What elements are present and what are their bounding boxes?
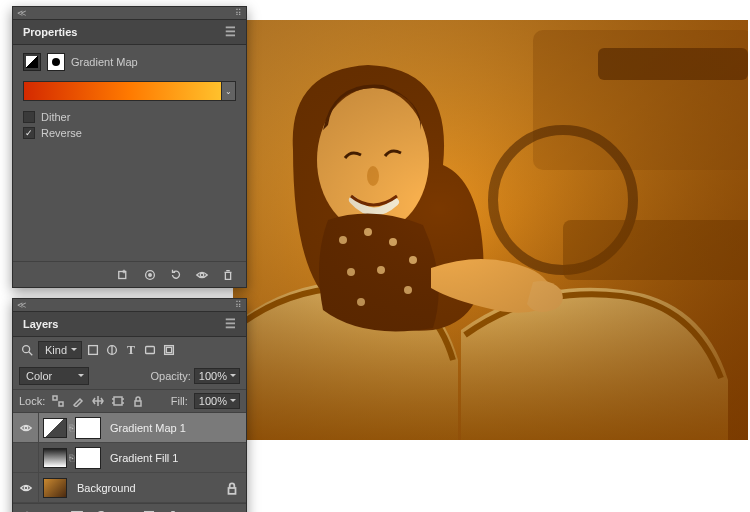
layer-list: ⎘ Gradient Map 1 ⎘ Gradient Fill 1 [13, 413, 246, 503]
add-mask-icon[interactable] [69, 508, 85, 512]
properties-panel: ≪ ⠿ Properties ☰ Gradient Map ⌄ Dither ✓… [12, 6, 247, 288]
svg-rect-23 [146, 347, 155, 354]
opacity-input[interactable]: 100% [194, 368, 240, 384]
opacity-label: Opacity: [151, 370, 191, 382]
layers-tab[interactable]: Layers ☰ [13, 311, 246, 337]
collapse-icon[interactable]: ≪ [17, 300, 26, 310]
properties-tab[interactable]: Properties ☰ [13, 19, 246, 45]
layer-name[interactable]: Gradient Map 1 [110, 422, 186, 434]
search-icon[interactable] [19, 342, 35, 358]
link-layers-icon[interactable] [21, 508, 37, 512]
svg-rect-25 [166, 347, 171, 352]
gradient-dropdown-icon[interactable]: ⌄ [221, 82, 235, 100]
panel-menu-icon[interactable]: ☰ [225, 317, 236, 331]
link-icon[interactable]: ⎘ [69, 423, 74, 433]
layers-title: Layers [23, 318, 58, 330]
svg-rect-27 [59, 402, 63, 406]
layers-filter-row: Kind T [13, 337, 246, 363]
dither-checkbox[interactable] [23, 111, 35, 123]
svg-point-30 [24, 426, 28, 430]
svg-rect-28 [114, 397, 122, 405]
delete-adjustment-icon[interactable] [220, 267, 236, 283]
toggle-visibility-icon[interactable] [194, 267, 210, 283]
lock-label: Lock: [19, 395, 45, 407]
panel-topbar: ≪ ⠿ [13, 299, 246, 311]
svg-point-20 [23, 346, 30, 353]
dither-label: Dither [41, 111, 70, 123]
lock-pixels-icon[interactable] [71, 394, 85, 408]
svg-rect-26 [53, 396, 57, 400]
lock-position-icon[interactable] [91, 394, 105, 408]
gradient-picker[interactable]: ⌄ [23, 81, 236, 101]
new-adjustment-icon[interactable] [93, 508, 109, 512]
layer-name[interactable]: Background [77, 482, 136, 494]
mask-thumb[interactable] [76, 448, 100, 468]
svg-point-19 [200, 273, 204, 277]
blend-mode-dropdown[interactable]: Color [19, 367, 89, 385]
new-layer-icon[interactable] [141, 508, 157, 512]
visibility-toggle[interactable] [13, 443, 39, 472]
svg-point-18 [149, 273, 152, 276]
svg-point-31 [24, 486, 28, 490]
panel-menu-icon[interactable]: ☰ [225, 25, 236, 39]
clip-to-layer-icon[interactable] [116, 267, 132, 283]
lock-row: Lock: Fill: 100% [13, 389, 246, 413]
reset-icon[interactable] [168, 267, 184, 283]
svg-rect-15 [233, 20, 748, 440]
canvas-preview [233, 20, 748, 440]
layer-name[interactable]: Gradient Fill 1 [110, 452, 178, 464]
fx-icon[interactable]: fx [45, 508, 61, 512]
adjustment-thumb[interactable] [43, 418, 67, 438]
filter-smart-icon[interactable] [161, 342, 177, 358]
lock-transparency-icon[interactable] [51, 394, 65, 408]
layer-row[interactable]: Background [13, 473, 246, 503]
delete-layer-icon[interactable] [165, 508, 181, 512]
filter-type-icon[interactable]: T [123, 342, 139, 358]
visibility-toggle[interactable] [13, 413, 39, 442]
layer-row[interactable]: ⎘ Gradient Fill 1 [13, 443, 246, 473]
adjustment-header: Gradient Map [23, 53, 236, 71]
panel-drag-dots-icon[interactable]: ⠿ [235, 8, 242, 18]
layer-row[interactable]: ⎘ Gradient Map 1 [13, 413, 246, 443]
panel-drag-dots-icon[interactable]: ⠿ [235, 300, 242, 310]
layer-mask-icon[interactable] [47, 53, 65, 71]
visibility-toggle[interactable] [13, 473, 39, 502]
layers-panel: ≪ ⠿ Layers ☰ Kind T Color Opacity: 100% … [12, 298, 247, 512]
view-previous-state-icon[interactable] [142, 267, 158, 283]
fill-input[interactable]: 100% [194, 393, 240, 409]
layer-thumb[interactable] [43, 478, 67, 498]
reverse-label: Reverse [41, 127, 82, 139]
fill-label: Fill: [171, 395, 188, 407]
link-icon[interactable]: ⎘ [69, 453, 74, 463]
properties-title: Properties [23, 26, 77, 38]
reverse-checkbox[interactable]: ✓ [23, 127, 35, 139]
gradient-map-adjustment-icon [23, 53, 41, 71]
svg-rect-16 [119, 271, 126, 278]
filter-kind-dropdown[interactable]: Kind [38, 341, 82, 359]
collapse-icon[interactable]: ≪ [17, 8, 26, 18]
filter-adjustment-icon[interactable] [104, 342, 120, 358]
svg-rect-29 [135, 401, 141, 406]
mask-thumb[interactable] [76, 418, 100, 438]
svg-rect-21 [89, 346, 98, 355]
svg-rect-32 [229, 488, 236, 494]
blend-opacity-row: Color Opacity: 100% [13, 363, 246, 389]
filter-shape-icon[interactable] [142, 342, 158, 358]
lock-artboard-icon[interactable] [111, 394, 125, 408]
lock-all-icon[interactable] [131, 394, 145, 408]
layers-footer: fx [13, 503, 246, 512]
new-group-icon[interactable] [117, 508, 133, 512]
panel-topbar: ≪ ⠿ [13, 7, 246, 19]
fill-thumb[interactable] [43, 448, 67, 468]
lock-icon [224, 480, 240, 496]
filter-pixel-icon[interactable] [85, 342, 101, 358]
adjustment-type-label: Gradient Map [71, 56, 138, 68]
